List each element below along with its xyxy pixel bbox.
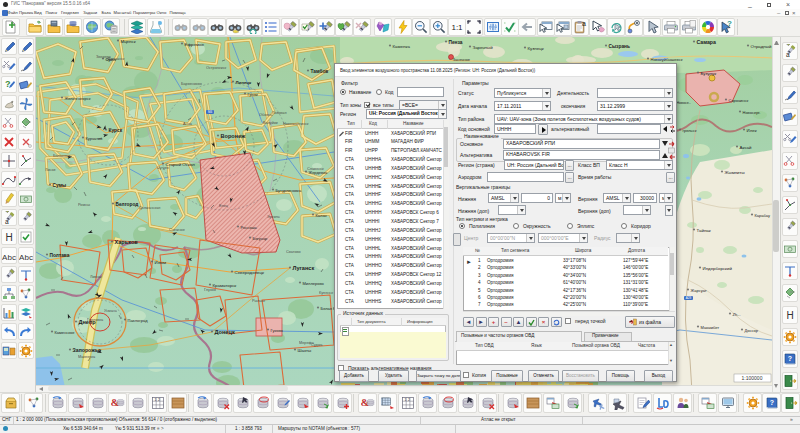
svg-text:1: 1	[154, 398, 156, 402]
svg-text:Лозовая: Лозовая	[272, 111, 287, 115]
svg-text:А28: А28	[686, 296, 692, 300]
svg-text:?: ?	[727, 20, 732, 28]
svg-text:Богучар: Богучар	[253, 236, 269, 241]
svg-text:Индерборский: Индерборский	[703, 266, 733, 271]
svg-text:Краматорск: Краматорск	[213, 283, 237, 288]
svg-text:Харьков: Харьков	[115, 239, 139, 245]
svg-text:Славянск: Славянск	[307, 167, 324, 171]
svg-text:1: 1	[404, 398, 406, 402]
svg-text:H: H	[786, 310, 793, 321]
svg-text:Мценск: Мценск	[121, 39, 136, 44]
svg-text:Тамбов: Тамбов	[311, 68, 329, 74]
svg-text:Новошахтинск: Новошахтинск	[283, 122, 309, 126]
svg-text:Полтава: Полтава	[50, 253, 70, 258]
svg-text:a: a	[786, 51, 790, 58]
svg-text:Россошь: Россошь	[241, 225, 257, 230]
svg-text:Изюм: Изюм	[155, 260, 166, 265]
svg-text:H: H	[5, 232, 12, 243]
svg-text:1:1: 1:1	[451, 23, 463, 32]
svg-text:Сумы: Сумы	[53, 183, 67, 188]
svg-text:Эртиль: Эртиль	[267, 215, 280, 219]
svg-text:Запорожье: Запорожье	[73, 347, 102, 353]
svg-text:грельск: грельск	[683, 128, 697, 133]
svg-text:Каменка: Каменка	[393, 44, 411, 49]
svg-text:Северодонецк: Северодонецк	[235, 270, 265, 275]
svg-text:?: ?	[769, 399, 773, 406]
svg-text:Миллерово: Миллерово	[303, 281, 325, 286]
svg-text:Павлоград: Павлоград	[128, 318, 149, 323]
svg-text:М4: М4	[208, 110, 212, 114]
svg-text:Обоянь: Обоянь	[259, 113, 272, 117]
svg-text:Новокуйбышевск: Новокуйбышевск	[651, 57, 683, 62]
svg-text:Мерефа: Мерефа	[299, 341, 315, 345]
svg-text:Махамбет: Махамбет	[701, 325, 720, 330]
svg-text:Заречный: Заречный	[473, 45, 494, 50]
svg-text:Луганск: Луганск	[293, 265, 315, 271]
svg-text:Бутурлиновка: Бутурлиновка	[276, 188, 302, 193]
svg-text:Zh...: Zh...	[733, 312, 741, 317]
svg-text:Ливны: Ливны	[90, 275, 102, 279]
svg-text:2: 2	[407, 398, 409, 402]
svg-text:Ефремов: Ефремов	[185, 42, 205, 47]
svg-text:Белгород: Белгород	[116, 202, 139, 207]
svg-text:Жымпиты: Жымпиты	[725, 170, 745, 175]
svg-text:?: ?	[788, 355, 792, 362]
svg-text:Илек: Илек	[747, 128, 757, 133]
svg-text:Курчатов: Курчатов	[86, 136, 103, 141]
svg-text:Железногорск: Железногорск	[65, 96, 91, 101]
svg-text:Abc: Abc	[2, 252, 16, 261]
svg-text:Грязи: Грязи	[248, 92, 258, 97]
svg-text:Балаклея: Балаклея	[53, 154, 70, 158]
svg-text:Шахты: Шахты	[298, 348, 312, 353]
svg-text:Аксай: Аксай	[740, 145, 753, 150]
svg-text:Рыльск: Рыльск	[252, 299, 265, 303]
svg-text:Сорочинск: Сорочинск	[729, 98, 749, 103]
svg-text:Глухов: Глухов	[204, 288, 216, 292]
svg-text:Каменское: Каменское	[55, 330, 76, 335]
svg-text:Зверево: Зверево	[96, 55, 111, 59]
svg-text:Купянск: Купянск	[319, 291, 333, 295]
svg-text:Гуково: Гуково	[271, 328, 284, 333]
svg-text:Курск: Курск	[109, 128, 123, 133]
svg-text:Макеевка: Макеевка	[78, 355, 96, 359]
svg-text:1:100000: 1:100000	[742, 375, 763, 381]
svg-text:Снежное: Снежное	[169, 228, 185, 232]
svg-text:Кузнецк: Кузнецк	[528, 46, 544, 51]
svg-text:Липецк: Липецк	[236, 80, 253, 85]
svg-text:Тайпак: Тайпак	[697, 228, 711, 233]
svg-text:Отрадный: Отрадный	[751, 44, 772, 49]
svg-text:Анна: Анна	[183, 122, 193, 126]
svg-text:Барвенково: Барвенково	[181, 82, 202, 86]
svg-text:Лиски: Лиски	[45, 168, 55, 172]
svg-text:Острогожск: Острогожск	[206, 66, 227, 70]
svg-text:Старый Оскол: Старый Оскол	[166, 162, 196, 167]
svg-text:Жарсуат: Жарсуат	[691, 288, 707, 293]
svg-text:Самара: Самара	[697, 39, 717, 45]
svg-text:Abc: Abc	[19, 252, 33, 261]
svg-text:Пенза: Пенза	[449, 40, 463, 45]
svg-text:Елец: Елец	[219, 204, 229, 208]
svg-text:Сватово: Сватово	[286, 250, 301, 254]
svg-text:Новосе..: Новосе..	[677, 101, 691, 105]
svg-text:Ромны: Ромны	[78, 203, 90, 207]
svg-text:Воронеж: Воронеж	[221, 133, 247, 139]
svg-text:Калач: Калач	[316, 213, 327, 218]
svg-text:Засечное: Засечное	[453, 57, 471, 62]
svg-text:Горловка: Горловка	[87, 318, 104, 322]
svg-text:2: 2	[157, 398, 159, 402]
svg-text:Карабау: Карабау	[755, 213, 770, 218]
svg-text:Сызрань: Сызрань	[609, 44, 630, 49]
svg-text:Должанская: Должанская	[139, 206, 160, 210]
svg-text:Донецк: Донецк	[215, 329, 235, 335]
svg-text:Усмань: Усмань	[104, 309, 117, 313]
svg-text:a: a	[5, 217, 9, 224]
svg-text:Валуйки: Валуйки	[263, 121, 278, 125]
svg-text:Чугуев: Чугуев	[157, 166, 169, 170]
svg-text:Бузулук: Бузулук	[701, 71, 717, 76]
svg-text:Новосерг.: Новосерг.	[743, 110, 761, 115]
svg-text:Доссор: Доссор	[745, 328, 759, 333]
svg-text:a: a	[582, 20, 586, 27]
